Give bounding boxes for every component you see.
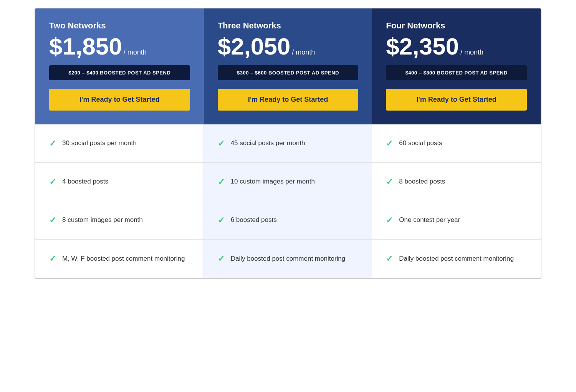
feature-text: 45 social posts per month <box>231 139 305 147</box>
feature-row-1-col-2: ✓ 8 boosted posts <box>372 163 541 201</box>
feature-text: 8 custom images per month <box>62 216 143 224</box>
feature-text: 10 custom images per month <box>231 177 315 186</box>
plan-name-2: Three Networks <box>218 21 359 31</box>
feature-row-2-col-0: ✓ 8 custom images per month <box>35 201 204 240</box>
price-amount-2: $2,050 <box>218 35 291 58</box>
plan-header-1: Two Networks $1,850 / month $200 – $400 … <box>35 8 204 124</box>
feature-text: M, W, F boosted post comment monitoring <box>62 255 185 263</box>
feature-row-3-col-0: ✓ M, W, F boosted post comment monitorin… <box>35 240 204 278</box>
cta-button-2[interactable]: I'm Ready to Get Started <box>218 89 359 111</box>
ad-spend-badge-1: $200 – $400 BOOSTED POST AD SPEND <box>49 65 190 80</box>
check-icon: ✓ <box>49 215 56 225</box>
feature-row-0-col-0: ✓ 30 social posts per month <box>35 124 204 163</box>
plan-header-3: Four Networks $2,350 / month $400 – $800… <box>372 8 541 124</box>
check-icon: ✓ <box>49 254 56 264</box>
check-icon: ✓ <box>386 215 393 225</box>
pricing-table: Two Networks $1,850 / month $200 – $400 … <box>35 8 541 279</box>
price-period-2: / month <box>292 48 315 56</box>
feature-row-0-col-2: ✓ 60 social posts <box>372 124 541 163</box>
check-icon: ✓ <box>218 215 225 225</box>
check-icon: ✓ <box>49 177 56 187</box>
plan-header-2: Three Networks $2,050 / month $300 – $60… <box>204 8 372 124</box>
feature-text: 4 boosted posts <box>62 177 108 186</box>
check-icon: ✓ <box>386 139 393 149</box>
feature-text: 60 social posts <box>399 139 442 147</box>
feature-row-1-col-0: ✓ 4 boosted posts <box>35 163 204 201</box>
price-amount-1: $1,850 <box>49 35 122 58</box>
plan-price-3: $2,350 / month <box>386 35 527 58</box>
price-amount-3: $2,350 <box>386 35 459 58</box>
feature-row-3-col-1: ✓ Daily boosted post comment monitoring <box>204 240 372 278</box>
feature-text: Daily boosted post comment monitoring <box>231 255 346 263</box>
plan-name-1: Two Networks <box>49 21 190 31</box>
plan-price-2: $2,050 / month <box>218 35 359 58</box>
feature-row-1-col-1: ✓ 10 custom images per month <box>204 163 372 201</box>
cta-button-1[interactable]: I'm Ready to Get Started <box>49 89 190 111</box>
plan-price-1: $1,850 / month <box>49 35 190 58</box>
feature-text: One contest per year <box>399 216 460 224</box>
cta-button-3[interactable]: I'm Ready to Get Started <box>386 89 527 111</box>
feature-text: Daily boosted post comment monitoring <box>399 255 514 263</box>
feature-text: 30 social posts per month <box>62 139 137 147</box>
feature-text: 6 boosted posts <box>231 216 277 224</box>
check-icon: ✓ <box>218 139 225 149</box>
ad-spend-badge-3: $400 – $800 BOOSTED POST AD SPEND <box>386 65 527 80</box>
feature-row-2-col-1: ✓ 6 boosted posts <box>204 201 372 240</box>
feature-row-0-col-1: ✓ 45 social posts per month <box>204 124 372 163</box>
features-grid: ✓ 30 social posts per month ✓ 45 social … <box>35 124 541 278</box>
check-icon: ✓ <box>386 177 393 187</box>
price-period-3: / month <box>460 48 483 56</box>
feature-text: 8 boosted posts <box>399 177 445 186</box>
feature-row-3-col-2: ✓ Daily boosted post comment monitoring <box>372 240 541 278</box>
ad-spend-badge-2: $300 – $600 BOOSTED POST AD SPEND <box>218 65 359 80</box>
pricing-header: Two Networks $1,850 / month $200 – $400 … <box>35 8 541 124</box>
plan-name-3: Four Networks <box>386 21 527 31</box>
check-icon: ✓ <box>49 139 56 149</box>
feature-row-2-col-2: ✓ One contest per year <box>372 201 541 240</box>
check-icon: ✓ <box>386 254 393 264</box>
check-icon: ✓ <box>218 177 225 187</box>
price-period-1: / month <box>124 48 147 56</box>
check-icon: ✓ <box>218 254 225 264</box>
